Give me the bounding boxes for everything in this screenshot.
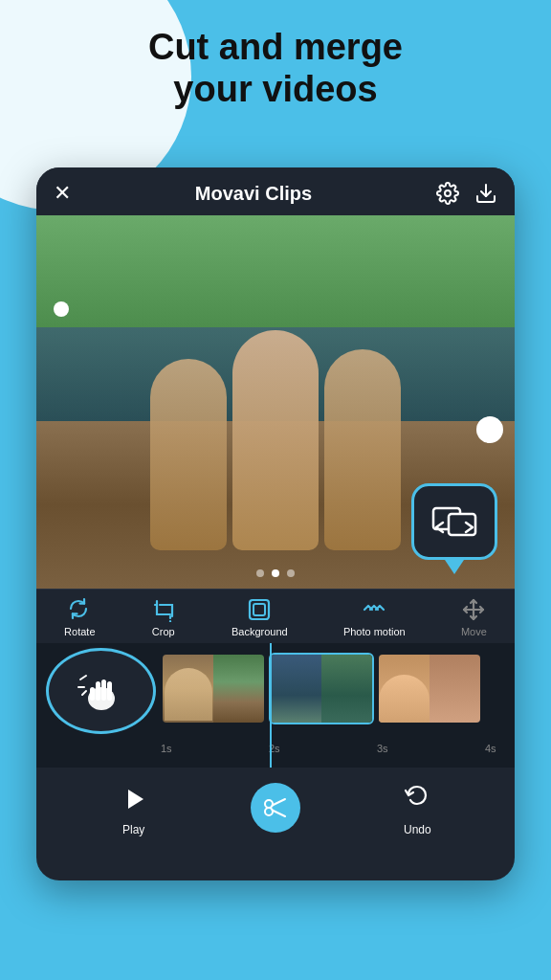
timecode-1s: 1s	[161, 743, 269, 754]
headline: Cut and merge your videos	[0, 27, 551, 110]
toolbar: Rotate Crop Background	[36, 589, 515, 643]
svg-rect-12	[101, 679, 106, 701]
clip-1[interactable]	[161, 653, 266, 724]
undo-icon	[397, 779, 437, 819]
move-icon	[461, 597, 486, 622]
rotate-label: Rotate	[64, 626, 95, 637]
dot-1	[256, 569, 264, 577]
drag-handle-top-right[interactable]	[476, 416, 503, 443]
svg-line-17	[82, 691, 86, 695]
svg-line-21	[272, 799, 285, 806]
clip-2-frame-2	[321, 655, 372, 723]
scissors-button[interactable]	[251, 783, 300, 833]
move-label: Move	[461, 626, 487, 637]
download-button[interactable]	[474, 182, 497, 205]
play-icon	[114, 779, 154, 819]
svg-rect-13	[107, 681, 112, 701]
photo-motion-label: Photo motion	[343, 626, 406, 637]
tool-crop[interactable]: Crop	[151, 597, 176, 637]
timecodes: 1s 2s 3s 4s	[36, 743, 515, 754]
drag-handle-top-left[interactable]	[54, 301, 69, 317]
close-button[interactable]: ✕	[54, 181, 71, 206]
clip-2[interactable]	[269, 653, 374, 724]
rotate-icon	[67, 597, 92, 622]
video-preview	[36, 215, 515, 589]
timecode-4s: 4s	[485, 743, 515, 754]
tool-photo-motion[interactable]: Photo motion	[343, 597, 406, 637]
play-button[interactable]: Play	[114, 779, 154, 836]
preview-dots	[256, 569, 295, 577]
app-header: ✕ Movavi Clips	[36, 167, 515, 215]
svg-rect-3	[449, 514, 475, 535]
dot-3	[287, 569, 295, 577]
header-icons	[436, 182, 497, 205]
undo-button[interactable]: Undo	[397, 779, 437, 836]
timecode-3s: 3s	[377, 743, 485, 754]
background-label: Background	[231, 626, 288, 637]
svg-point-20	[265, 808, 273, 815]
photo-motion-icon	[362, 597, 386, 622]
move-swap-bubble[interactable]	[411, 483, 497, 560]
svg-point-0	[445, 190, 451, 196]
timeline[interactable]: 1s 2s 3s 4s	[36, 643, 515, 768]
settings-button[interactable]	[436, 182, 459, 205]
bottom-controls: Play Undo	[36, 768, 515, 848]
timecode-2s: 2s	[269, 743, 377, 754]
headline-line2: your videos	[19, 69, 532, 111]
undo-label: Undo	[404, 823, 431, 836]
clip-3-frame-2	[430, 655, 480, 723]
dot-2	[272, 569, 279, 577]
clip-3-frame-1	[379, 655, 430, 723]
gesture-bubble	[46, 648, 156, 734]
app-title: Movavi Clips	[195, 183, 312, 205]
svg-line-15	[80, 676, 86, 679]
background-icon	[247, 597, 272, 622]
svg-marker-18	[128, 790, 143, 809]
tool-move[interactable]: Move	[461, 597, 487, 637]
clip-2-frame-1	[271, 655, 321, 723]
svg-rect-14	[90, 687, 95, 701]
svg-rect-7	[253, 604, 265, 615]
play-label: Play	[122, 823, 144, 836]
crop-label: Crop	[152, 626, 175, 637]
headline-line1: Cut and merge	[19, 27, 532, 69]
svg-rect-11	[96, 681, 100, 701]
clip-1-frame-2	[213, 655, 264, 723]
crop-icon	[151, 597, 176, 622]
app-frame: ✕ Movavi Clips	[36, 167, 515, 880]
tool-background[interactable]: Background	[231, 597, 288, 637]
svg-line-22	[272, 811, 285, 817]
playhead	[270, 643, 272, 768]
clip-1-frame-1	[163, 655, 213, 723]
svg-point-19	[265, 800, 273, 808]
tool-rotate[interactable]: Rotate	[64, 597, 95, 637]
clip-3[interactable]	[377, 653, 482, 724]
